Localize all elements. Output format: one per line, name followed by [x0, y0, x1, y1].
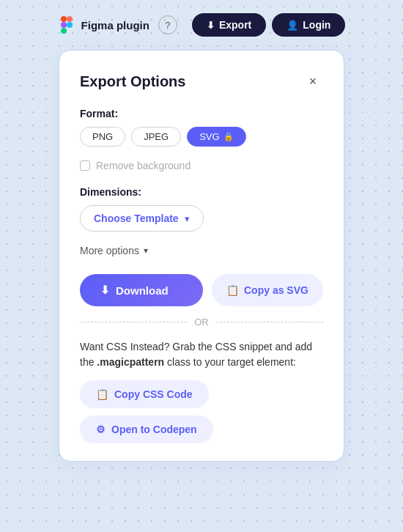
or-divider: OR — [80, 317, 323, 328]
or-text: OR — [194, 317, 209, 328]
dimensions-label: Dimensions: — [80, 186, 323, 198]
or-line-right — [216, 322, 323, 322]
action-row: ⬇ Download 📋 Copy as SVG — [80, 274, 323, 306]
lock-icon: 🔒 — [223, 132, 234, 141]
template-dropdown[interactable]: Choose Template ▾ — [80, 205, 204, 232]
more-options-label: More options — [80, 245, 139, 256]
format-row: PNG JPEG SVG 🔒 — [80, 127, 323, 147]
login-button[interactable]: 👤 Login — [272, 13, 345, 37]
svg-label: SVG — [199, 131, 219, 142]
copy-svg-label: Copy as SVG — [244, 284, 308, 296]
css-info-text: Want CSS Instead? Grab the CSS snippet a… — [80, 339, 323, 370]
download-icon: ⬇ — [100, 284, 110, 297]
format-jpeg-button[interactable]: JPEG — [131, 127, 181, 147]
copy-css-label: Copy CSS Code — [114, 388, 193, 400]
open-codepen-button[interactable]: ⚙ Open to Codepen — [80, 415, 213, 443]
svg-rect-2 — [61, 22, 67, 28]
modal-title: Export Options — [80, 73, 185, 90]
modal-header: Export Options × — [80, 71, 323, 92]
topbar-actions: ⬇ Export 👤 Login — [192, 13, 345, 37]
codepen-icon: ⚙ — [96, 424, 106, 435]
topbar: Figma plugin ? ⬇ Export 👤 Login — [0, 0, 403, 50]
export-download-icon: ⬇ — [207, 20, 215, 31]
format-png-button[interactable]: PNG — [80, 127, 125, 147]
svg-rect-1 — [67, 16, 73, 22]
copy-css-icon: 📋 — [96, 388, 108, 400]
export-button[interactable]: ⬇ Export — [192, 13, 266, 37]
login-label: Login — [303, 19, 330, 31]
figma-icon — [58, 16, 75, 34]
png-label: PNG — [92, 131, 113, 142]
copy-svg-icon: 📋 — [226, 284, 239, 296]
more-options-row[interactable]: More options ▾ — [80, 245, 323, 256]
svg-rect-0 — [61, 16, 67, 22]
plugin-title: Figma plugin — [81, 19, 149, 32]
logo-area: Figma plugin — [58, 16, 149, 34]
remove-bg-row: Remove background — [80, 160, 323, 171]
remove-bg-label: Remove background — [96, 160, 191, 171]
svg-rect-3 — [61, 28, 67, 34]
user-icon: 👤 — [286, 20, 298, 31]
css-info-class: .magicpattern — [97, 356, 164, 368]
copy-svg-button[interactable]: 📋 Copy as SVG — [212, 274, 323, 306]
help-button[interactable]: ? — [158, 15, 177, 34]
copy-css-button[interactable]: 📋 Copy CSS Code — [80, 380, 209, 408]
more-options-chevron-icon: ▾ — [144, 245, 148, 256]
remove-bg-checkbox[interactable] — [80, 160, 90, 171]
format-svg-button[interactable]: SVG 🔒 — [187, 127, 245, 147]
export-label: Export — [219, 19, 251, 31]
svg-point-4 — [67, 22, 73, 28]
export-options-modal: Export Options × Format: PNG JPEG SVG 🔒 … — [59, 50, 344, 462]
chevron-down-icon: ▾ — [185, 213, 190, 224]
close-button[interactable]: × — [303, 71, 323, 92]
or-line-left — [80, 322, 187, 322]
template-dropdown-text: Choose Template — [94, 213, 179, 224]
jpeg-label: JPEG — [144, 131, 169, 142]
css-info-rest: class to your target element: — [164, 356, 296, 368]
download-label: Download — [116, 284, 169, 297]
codepen-label: Open to Codepen — [111, 424, 197, 435]
download-button[interactable]: ⬇ Download — [80, 274, 203, 306]
format-label: Format: — [80, 108, 323, 119]
